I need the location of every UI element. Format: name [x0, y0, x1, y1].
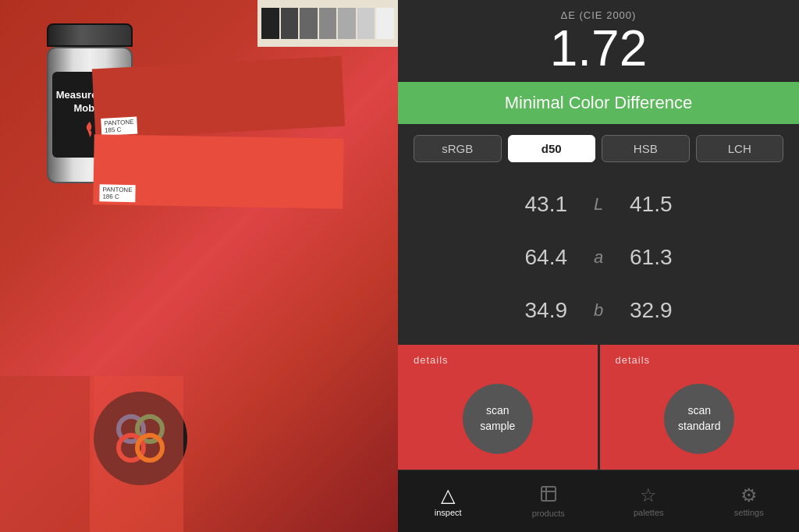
palettes-icon: ☆ — [640, 486, 657, 505]
red-patch — [0, 376, 94, 532]
bottom-nav: △ inspect products ☆ palettes ⚙ settings — [398, 470, 799, 532]
svg-rect-4 — [542, 487, 556, 501]
right-panel: ΔE (CIE 2000) 1.72 Minimal Color Differe… — [398, 0, 799, 532]
value-row-L: 43.1 L 41.5 — [414, 192, 783, 217]
value-row-b: 34.9 b 32.9 — [414, 298, 783, 323]
delta-value: 1.72 — [398, 21, 799, 76]
delta-label: ΔE (CIE 2000) — [398, 9, 799, 21]
nav-inspect-label: inspect — [435, 508, 462, 517]
val-a-letter: a — [583, 247, 614, 268]
val-a-left: 64.4 — [489, 245, 583, 270]
nav-palettes-label: palettes — [634, 508, 664, 517]
value-row-a: 64.4 a 61.3 — [414, 245, 783, 270]
scan-standard-panel: details scan standard — [600, 345, 800, 470]
scan-sample-panel: details scan sample — [398, 345, 598, 470]
scan-standard-label: scan standard — [678, 403, 720, 434]
scan-sample-label: scan sample — [480, 403, 515, 434]
tab-srgb[interactable]: sRGB — [414, 135, 502, 162]
val-b-letter: b — [583, 300, 614, 321]
grayscale-bar — [257, 0, 398, 47]
scan-area: details scan sample details scan standar… — [398, 345, 799, 470]
nav-products-label: products — [532, 509, 565, 518]
canister-cap — [47, 23, 133, 47]
nav-settings[interactable]: ⚙ settings — [699, 470, 800, 532]
photo-panel: MeasureColorMobile PANTONE185 C PANTONE1… — [0, 0, 398, 532]
val-b-right: 32.9 — [614, 298, 708, 323]
tab-row: sRGB d50 HSB LCH — [398, 124, 799, 170]
products-icon — [539, 484, 558, 505]
banner-text: Minimal Color Difference — [414, 93, 783, 113]
val-a-right: 61.3 — [614, 245, 708, 270]
color-difference-banner: Minimal Color Difference — [398, 82, 799, 124]
scan-standard-details: details — [608, 354, 651, 366]
nav-inspect[interactable]: △ inspect — [398, 470, 499, 532]
swatch-2: PANTONE186 C — [93, 134, 344, 209]
val-L-right: 41.5 — [614, 192, 708, 217]
color-values: 43.1 L 41.5 64.4 a 61.3 34.9 b 32.9 — [398, 170, 799, 345]
products-icon-svg — [539, 484, 558, 503]
nav-settings-label: settings — [734, 508, 764, 517]
val-L-letter: L — [583, 194, 614, 215]
orange-patch — [90, 376, 183, 532]
nav-products[interactable]: products — [499, 470, 599, 532]
delta-header: ΔE (CIE 2000) 1.72 — [398, 0, 799, 82]
scan-standard-button[interactable]: scan standard — [664, 384, 734, 454]
tab-hsb[interactable]: HSB — [602, 135, 690, 162]
scan-sample-details: details — [406, 354, 449, 366]
nav-palettes[interactable]: ☆ palettes — [598, 470, 699, 532]
swatch-1: PANTONE185 C — [92, 56, 345, 140]
tab-d50[interactable]: d50 — [508, 135, 596, 162]
pantone-swatches: PANTONE185 C PANTONE186 C — [94, 62, 343, 208]
settings-icon: ⚙ — [740, 486, 758, 505]
inspect-icon: △ — [441, 486, 455, 505]
val-b-left: 34.9 — [489, 298, 583, 323]
tab-lch[interactable]: LCH — [696, 135, 784, 162]
scan-sample-button[interactable]: scan sample — [463, 384, 533, 454]
val-L-left: 43.1 — [489, 192, 583, 217]
